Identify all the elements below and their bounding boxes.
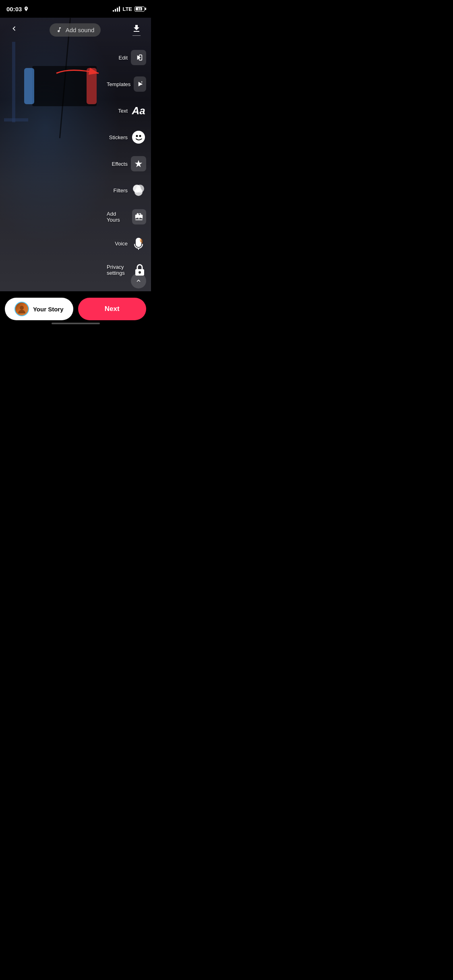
red-arrow-svg — [54, 65, 103, 81]
svg-point-4 — [139, 135, 141, 137]
tool-privacy-label: Privacy settings — [107, 264, 130, 276]
filters-icon — [131, 183, 146, 198]
chevron-up-icon — [135, 277, 142, 284]
templates-icon — [134, 76, 146, 92]
download-icon — [132, 24, 141, 33]
location-icon — [23, 6, 29, 12]
battery-level: 83 — [138, 7, 141, 11]
tool-filters[interactable]: Filters — [107, 177, 146, 204]
status-bar: 00:03 LTE 83 — [0, 0, 151, 18]
filters-svg — [131, 183, 146, 198]
divider — [132, 35, 141, 36]
edit-icon — [131, 50, 146, 65]
voice-icon — [131, 236, 146, 251]
back-button[interactable] — [6, 21, 22, 39]
tool-voice-label: Voice — [115, 241, 128, 247]
svg-point-3 — [136, 135, 138, 137]
tool-add-yours[interactable]: Add Yours — [107, 204, 146, 230]
tool-effects[interactable]: Effects — [107, 150, 146, 177]
svg-point-12 — [20, 306, 24, 310]
tool-filters-label: Filters — [114, 187, 128, 194]
right-sidebar: Edit Templates Text Aa Stickers — [107, 44, 151, 286]
download-button[interactable] — [128, 21, 145, 39]
status-right: LTE 83 — [113, 6, 145, 12]
tool-stickers-label: Stickers — [109, 134, 128, 140]
collapse-button[interactable] — [131, 273, 146, 288]
signal-bar-3 — [117, 8, 118, 12]
bottom-bar: Your Story Next — [0, 291, 151, 327]
red-arrow-annotation — [54, 65, 103, 83]
top-toolbar: Add sound — [0, 18, 151, 42]
add-yours-icon — [132, 209, 146, 224]
add-sound-button[interactable]: Add sound — [50, 23, 101, 37]
tool-edit-label: Edit — [119, 55, 128, 61]
home-indicator — [52, 323, 100, 324]
next-label: Next — [105, 305, 120, 313]
tool-voice[interactable]: Voice — [107, 230, 146, 257]
edit-svg — [134, 54, 143, 62]
signal-bar-4 — [119, 6, 120, 12]
tool-text[interactable]: Text Aa — [107, 97, 146, 124]
lte-label: LTE — [122, 6, 132, 12]
battery: 83 — [134, 6, 145, 12]
time-display: 00:03 — [6, 6, 22, 12]
tool-stickers[interactable]: Stickers — [107, 124, 146, 150]
your-story-button[interactable]: Your Story — [5, 298, 73, 320]
effects-icon — [131, 156, 146, 171]
svg-point-7 — [134, 188, 143, 196]
add-sound-label: Add sound — [66, 27, 95, 33]
tool-effects-label: Effects — [112, 161, 128, 167]
status-time: 00:03 — [6, 6, 29, 12]
tool-templates[interactable]: Templates — [107, 71, 146, 97]
your-story-label: Your Story — [33, 306, 64, 313]
next-button[interactable]: Next — [78, 298, 147, 320]
signal-bar-1 — [113, 10, 114, 12]
stand-pole — [12, 42, 15, 122]
back-icon — [10, 24, 19, 33]
tool-add-yours-label: Add Yours — [107, 211, 129, 223]
tool-text-label: Text — [118, 108, 128, 114]
text-icon: Aa — [131, 103, 146, 118]
effects-svg — [134, 159, 143, 168]
voice-svg — [131, 236, 146, 251]
stand-base — [4, 118, 28, 121]
avatar-image — [17, 304, 27, 314]
avatar — [14, 302, 29, 316]
templates-svg — [136, 80, 144, 88]
add-yours-svg — [134, 212, 143, 221]
tool-templates-label: Templates — [107, 81, 130, 87]
stickers-icon — [131, 130, 146, 145]
signal-bar-2 — [115, 9, 116, 12]
stickers-svg — [131, 130, 146, 144]
signal-bars — [113, 6, 120, 12]
music-icon — [56, 27, 62, 33]
switch-left-joycon — [24, 68, 34, 104]
tool-edit[interactable]: Edit — [107, 44, 146, 71]
battery-icon: 83 — [134, 6, 145, 12]
